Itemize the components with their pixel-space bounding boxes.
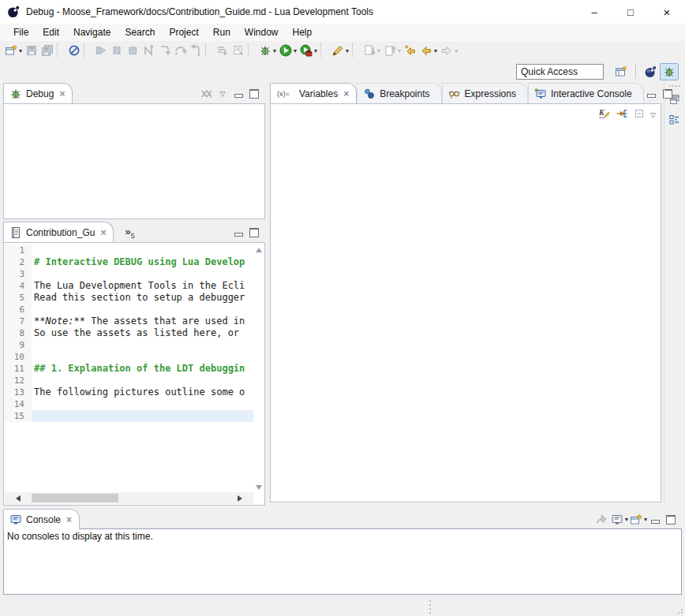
resize-grip[interactable] — [675, 606, 683, 614]
close-icon[interactable]: × — [66, 514, 72, 525]
collapse-all-button[interactable] — [633, 107, 646, 122]
statusbar-splitter[interactable] — [429, 600, 431, 614]
dropdown-arrow-icon[interactable]: ▾ — [19, 47, 22, 54]
editor-line-2[interactable]: 2# Interactive DEBUG using Lua Develop — [4, 256, 253, 268]
lua-perspective-button[interactable] — [641, 63, 660, 80]
close-icon[interactable]: × — [59, 88, 65, 99]
show-type-names-button[interactable]: K — [598, 107, 611, 122]
display-selected-console-button[interactable] — [609, 512, 625, 528]
debug-bug-button[interactable]: ▾ — [257, 42, 278, 59]
editor-line-4[interactable]: 4The Lua Development Tools in the Ecli — [4, 280, 253, 292]
dropdown-arrow-icon[interactable]: ▾ — [398, 47, 401, 54]
step-return-icon — [189, 44, 202, 57]
debug-perspective-button[interactable] — [660, 63, 679, 80]
close-button[interactable]: × — [649, 0, 685, 24]
variables-view-menu-button[interactable]: ▽ — [650, 111, 656, 119]
vertical-scrollbar[interactable] — [253, 245, 264, 491]
editor-line-6[interactable]: 6 — [4, 304, 253, 315]
debug-perspective-icon — [663, 65, 676, 78]
editor-line-7[interactable]: 7**Note:** The assets that are used in — [4, 315, 253, 327]
minimize-view-button[interactable] — [644, 86, 660, 102]
tab-breakpoints[interactable]: Breakpoints — [357, 83, 441, 103]
minimize-button[interactable]: – — [576, 0, 612, 24]
maximize-view-button[interactable] — [246, 86, 262, 102]
code-text: So use the assets as listed here, or — [34, 327, 245, 338]
tab-contribution-guide[interactable]: Contribution_Gu × — [3, 222, 114, 242]
menu-file[interactable]: File — [6, 25, 36, 39]
debug-view-content[interactable] — [3, 103, 265, 219]
editor-line-3[interactable]: 3 — [4, 268, 253, 280]
view-menu-button[interactable]: ▽ — [215, 86, 230, 102]
line-number: 15 — [4, 410, 32, 422]
menu-navigate[interactable]: Navigate — [66, 25, 118, 39]
run-play-button[interactable]: ▾ — [278, 42, 298, 59]
minimize-console-button[interactable] — [647, 512, 663, 528]
open-perspective-button[interactable] — [612, 63, 631, 80]
open-console-button[interactable] — [628, 512, 644, 528]
editor-line-14[interactable]: 14 — [4, 398, 253, 410]
editor-line-15[interactable]: 15 — [4, 410, 253, 422]
tab-expressions[interactable]: xExpressions — [442, 83, 528, 103]
editor-line-10[interactable]: 10 — [4, 351, 253, 363]
editor-line-8[interactable]: 8So use the assets as listed here, or — [4, 327, 253, 339]
line-number: 2 — [4, 256, 32, 268]
external-tools-button[interactable]: ▾ — [298, 42, 319, 59]
variables-view-content[interactable]: K ▽ — [270, 103, 661, 502]
dropdown-arrow-icon[interactable]: ▾ — [273, 47, 276, 54]
pin-console-button[interactable] — [593, 512, 609, 528]
editor-line-9[interactable]: 9 — [4, 339, 253, 351]
dropdown-arrow-icon[interactable]: ▾ — [314, 47, 317, 54]
close-icon[interactable]: × — [343, 88, 349, 99]
menu-project[interactable]: Project — [162, 25, 205, 39]
dropdown-arrow-icon[interactable]: ▾ — [434, 47, 437, 54]
restore-views-button[interactable] — [666, 91, 683, 107]
trim-drag-handle[interactable] — [664, 85, 685, 87]
console-content[interactable]: No consoles to display at this time. — [3, 528, 682, 595]
tab-debug[interactable]: Debug × — [3, 83, 73, 103]
new-wizard-button[interactable]: ▾ — [3, 42, 24, 59]
tab-variables[interactable]: (x)=Variables× — [270, 83, 357, 103]
minimize-view-button[interactable] — [230, 86, 246, 102]
step-over-icon — [174, 44, 186, 57]
editor-lines[interactable]: 12# Interactive DEBUG using Lua Develop3… — [4, 245, 253, 492]
quick-access-input[interactable]: Quick Access — [516, 64, 604, 80]
editor-line-12[interactable]: 12 — [4, 375, 253, 386]
menu-search[interactable]: Search — [118, 25, 162, 39]
menu-help[interactable]: Help — [286, 25, 320, 39]
maximize-button[interactable]: □ — [612, 0, 649, 24]
dropdown-arrow-icon[interactable]: ▾ — [377, 47, 380, 54]
editor-line-5[interactable]: 5Read this section to setup a debugger — [4, 292, 253, 304]
menu-edit[interactable]: Edit — [36, 25, 66, 39]
editor-line-1[interactable]: 1 — [4, 245, 253, 256]
tab-console[interactable]: Console × — [3, 509, 80, 529]
last-edit-button[interactable] — [402, 42, 418, 59]
tab-interactive-console[interactable]: Interactive Console — [528, 83, 644, 103]
dropdown-arrow-icon[interactable]: ▾ — [294, 47, 297, 54]
marker-pen-button[interactable]: ▾ — [330, 42, 350, 59]
save-all-button — [39, 42, 55, 59]
maximize-console-button[interactable] — [663, 512, 679, 528]
scroll-left-icon[interactable] — [16, 495, 21, 502]
remove-all-terminated-button[interactable] — [199, 86, 215, 102]
scroll-up-icon[interactable] — [256, 248, 262, 252]
menu-run[interactable]: Run — [206, 25, 238, 39]
dropdown-arrow-icon[interactable]: ▾ — [346, 47, 349, 54]
scroll-right-icon[interactable] — [238, 495, 242, 502]
skip-breakpoints-button[interactable] — [66, 42, 82, 59]
maximize-editor-button[interactable] — [246, 225, 262, 241]
outline-icon — [668, 114, 681, 126]
minimize-editor-button[interactable] — [230, 225, 246, 241]
back-arrow-button[interactable]: ▾ — [418, 42, 439, 59]
editor-line-11[interactable]: 11## 1. Explanation of the LDT debuggin — [4, 363, 253, 375]
editor-content[interactable]: 12# Interactive DEBUG using Lua Develop3… — [3, 242, 265, 506]
outline-view-button[interactable] — [666, 112, 683, 128]
editor-line-13[interactable]: 13The following pictures outline some o — [4, 386, 253, 398]
menu-window[interactable]: Window — [238, 25, 286, 39]
horizontal-scrollbar[interactable] — [5, 492, 253, 504]
close-icon[interactable]: × — [100, 227, 106, 238]
scroll-down-icon[interactable] — [256, 485, 262, 490]
show-logical-structure-button[interactable] — [616, 107, 628, 122]
scrollbar-thumb[interactable] — [32, 494, 118, 502]
hidden-editors-chevron[interactable]: »5 — [125, 226, 134, 240]
dropdown-arrow-icon[interactable]: ▾ — [455, 47, 458, 54]
